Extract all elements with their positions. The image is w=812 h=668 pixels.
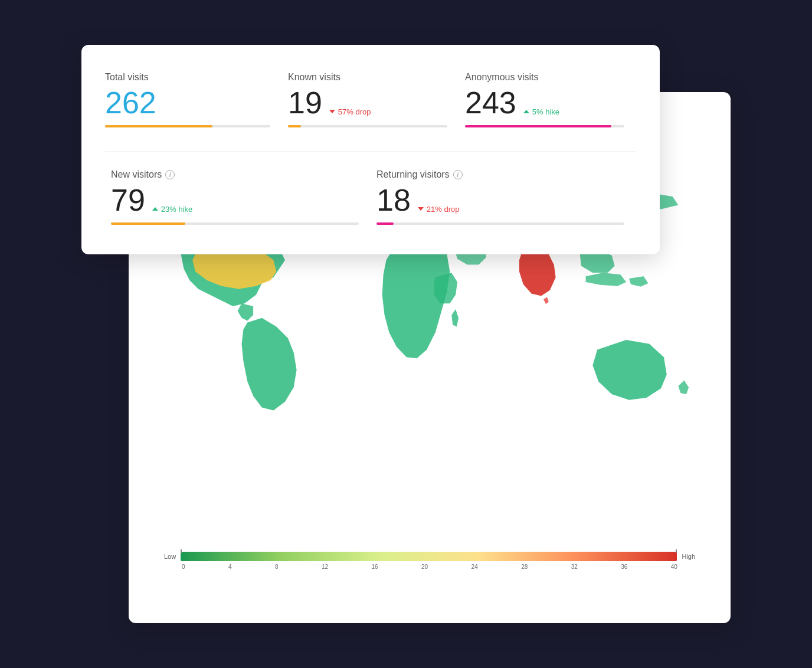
new-visitors-change: 23% hike: [152, 205, 192, 214]
total-visits-progress-bg: [105, 125, 270, 127]
new-visitors-progress-fill: [111, 222, 185, 225]
returning-visitors-item: Returning visitors i 18 21% drop: [371, 163, 636, 231]
returning-visitors-number: 18: [376, 185, 411, 215]
chevron-down-icon: [329, 110, 335, 113]
known-visits-change: 57% drop: [329, 107, 371, 116]
known-visits-item: Known visits 19 57% drop: [282, 66, 459, 139]
returning-visitors-progress-bg: [376, 222, 624, 225]
known-visits-label: Known visits: [288, 72, 447, 83]
known-visits-progress-bg: [288, 125, 447, 127]
dashboard-container: Low High 0 4 8 12 16 20 24 28 32: [81, 45, 731, 623]
new-visitors-label: New visitors i: [111, 169, 359, 180]
anonymous-visits-progress-fill: [465, 125, 611, 127]
chevron-up-icon: [523, 110, 529, 113]
anonymous-visits-item: Anonymous visits 243 5% hike: [459, 66, 636, 139]
total-visits-number: 262: [105, 87, 156, 118]
anonymous-visits-value-row: 243 5% hike: [465, 87, 624, 118]
returning-visitors-change: 21% drop: [418, 205, 460, 214]
anonymous-visits-number: 243: [465, 87, 516, 118]
anonymous-visits-progress-bg: [465, 125, 624, 127]
returning-visitors-label: Returning visitors i: [376, 169, 624, 180]
total-visits-label: Total visits: [105, 72, 270, 83]
legend-high-label: High: [682, 553, 695, 560]
new-visitors-value-row: 79 23% hike: [111, 185, 359, 215]
new-visitors-progress-bg: [111, 222, 359, 225]
anonymous-visits-label: Anonymous visits: [465, 72, 624, 83]
total-visits-progress-fill: [105, 125, 212, 127]
stats-bottom-grid: New visitors i 79 23% hike Returning: [105, 163, 636, 231]
returning-visitors-info-icon[interactable]: i: [453, 170, 463, 179]
known-visits-progress-fill: [288, 125, 301, 127]
total-visits-item: Total visits 262: [105, 66, 282, 139]
total-visits-value-row: 262: [105, 87, 270, 118]
returning-visitors-value-row: 18 21% drop: [376, 185, 624, 215]
known-visits-number: 19: [288, 87, 322, 118]
map-legend: Low High 0 4 8 12 16 20 24 28 32: [129, 546, 731, 582]
legend-numbers: 0 4 8 12 16 20 24 28 32 36 40: [182, 564, 677, 570]
new-visitors-item: New visitors i 79 23% hike: [105, 163, 371, 231]
legend-color-bar: [181, 552, 677, 561]
anonymous-visits-change: 5% hike: [523, 107, 559, 116]
chevron-up-icon-2: [152, 207, 158, 211]
stats-card: Total visits 262 Known visits 19: [81, 45, 660, 254]
new-visitors-info-icon[interactable]: i: [165, 170, 175, 179]
stats-top-grid: Total visits 262 Known visits 19: [105, 66, 636, 139]
legend-low-label: Low: [164, 553, 176, 560]
returning-visitors-progress-fill: [376, 222, 394, 225]
known-visits-value-row: 19 57% drop: [288, 87, 447, 118]
new-visitors-number: 79: [111, 185, 145, 215]
chevron-down-icon-2: [418, 207, 424, 211]
